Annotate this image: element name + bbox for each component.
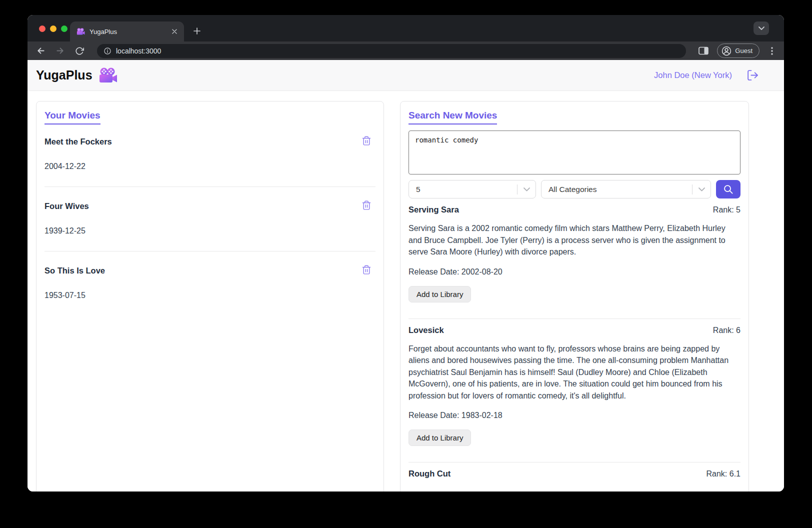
add-to-library-button[interactable]: Add to Library	[408, 430, 471, 446]
window-controls	[39, 26, 68, 32]
profile-label: Guest	[735, 47, 752, 54]
url-text: localhost:3000	[116, 47, 161, 55]
movie-release-date: 1953-07-15	[44, 290, 376, 301]
logged-in-user-label: John Doe (New York)	[654, 70, 732, 80]
search-panel: Search New Movies romantic comedy 5 All …	[400, 101, 749, 492]
category-select[interactable]: All Categories	[541, 180, 711, 198]
delete-movie-button[interactable]	[362, 200, 372, 210]
result-title: Serving Sara	[408, 204, 459, 216]
movie-title: So This Is Love	[44, 264, 105, 277]
movie-release-date: 2004-12-22	[44, 160, 376, 172]
refresh-icon[interactable]	[74, 45, 86, 57]
result-release-date: Release Date: 1983-02-18	[408, 410, 740, 421]
result-rank: Rank: 6	[713, 326, 740, 335]
result-description: Forget about accountants who want to fly…	[408, 343, 740, 402]
library-movie-row: Four Wives	[44, 200, 376, 212]
forward-icon[interactable]	[54, 45, 66, 57]
divider	[408, 318, 740, 319]
delete-movie-button[interactable]	[362, 264, 372, 275]
result-limit-value: 5	[409, 185, 517, 194]
result-rank: Rank: 5	[713, 206, 740, 214]
new-tab-button[interactable]	[190, 24, 204, 38]
address-bar[interactable]: localhost:3000	[97, 44, 686, 58]
library-movie-row: Meet the Fockers	[44, 136, 376, 148]
delete-movie-button[interactable]	[362, 136, 372, 146]
search-result: Serving Sara Rank: 5 Serving Sara is a 2…	[408, 204, 740, 319]
movie-camera-icon	[98, 68, 118, 83]
divider	[44, 186, 376, 187]
profile-button[interactable]: Guest	[717, 44, 760, 58]
minimize-window-button[interactable]	[50, 26, 56, 32]
divider	[408, 462, 740, 462]
search-icon	[723, 184, 734, 194]
result-limit-select[interactable]: 5	[408, 180, 536, 198]
logout-icon	[746, 69, 759, 82]
tab-close-icon[interactable]	[170, 27, 179, 36]
zoom-window-button[interactable]	[61, 26, 68, 32]
trash-icon	[362, 200, 372, 210]
back-icon[interactable]	[34, 45, 46, 57]
divider	[44, 251, 376, 252]
browser-window: YugaPlus localhost:3000	[28, 15, 784, 492]
browser-tab[interactable]: YugaPlus	[70, 22, 184, 42]
tab-strip: YugaPlus	[28, 15, 784, 42]
category-value: All Categories	[542, 185, 692, 194]
result-title: Lovesick	[408, 324, 444, 336]
main-content: Your Movies Meet the Fockers 2004-12-22 …	[28, 91, 784, 492]
movie-title: Meet the Fockers	[44, 136, 112, 148]
search-heading: Search New Movies	[408, 110, 497, 124]
close-window-button[interactable]	[39, 26, 46, 32]
browser-toolbar: localhost:3000 Guest	[28, 42, 784, 60]
search-controls: 5 All Categories	[408, 180, 740, 198]
result-description: Serving Sara is a 2002 romantic comedy f…	[408, 222, 740, 258]
chevron-down-icon	[518, 188, 536, 192]
tab-search-chevron-button[interactable]	[754, 22, 769, 35]
tab-favicon-movie-camera-icon	[76, 28, 85, 35]
site-info-icon[interactable]	[104, 47, 112, 55]
tab-title: YugaPlus	[90, 28, 166, 36]
your-movies-heading: Your Movies	[44, 110, 100, 124]
trash-icon	[362, 264, 372, 275]
app-title: YugaPlus	[36, 68, 92, 82]
result-release-date: Release Date: 2002-08-20	[408, 266, 740, 278]
add-to-library-button[interactable]: Add to Library	[408, 286, 471, 302]
result-title: Rough Cut	[408, 468, 450, 480]
avatar-icon	[722, 46, 732, 56]
library-movie-row: So This Is Love	[44, 264, 376, 277]
browser-menu-icon[interactable]	[767, 45, 777, 57]
search-query-input[interactable]: romantic comedy	[408, 130, 740, 174]
logout-button[interactable]	[746, 69, 759, 82]
search-result: Lovesick Rank: 6 Forget about accountant…	[408, 324, 740, 463]
side-panel-icon[interactable]	[698, 45, 710, 57]
movie-release-date: 1939-12-25	[44, 225, 376, 236]
trash-icon	[362, 136, 372, 146]
movie-title: Four Wives	[44, 200, 89, 212]
result-rank: Rank: 6.1	[706, 470, 740, 478]
your-movies-panel: Your Movies Meet the Fockers 2004-12-22 …	[36, 101, 384, 492]
chevron-down-icon	[692, 188, 710, 192]
search-result: Rough Cut Rank: 6.1	[408, 468, 740, 480]
app-header: YugaPlus John Doe (New York)	[28, 60, 784, 91]
search-button[interactable]	[716, 180, 740, 198]
